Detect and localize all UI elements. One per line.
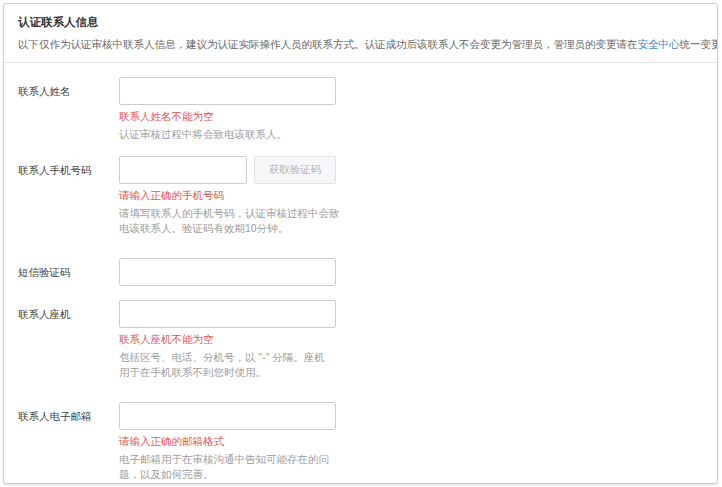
email-error: 请输入正确的邮箱格式 xyxy=(119,434,703,448)
panel-description: 以下仅作为认证审核中联系人信息，建议为认证实际操作人员的联系方式。认证成功后该联… xyxy=(18,37,703,51)
landline-row: 联系人座机 联系人座机不能为空 包括区号、电话、分机号，以 "-" 分隔。座机 … xyxy=(18,300,703,381)
security-center-link[interactable]: 安全中心 xyxy=(638,38,680,50)
panel-header: 认证联系人信息 以下仅作为认证审核中联系人信息，建议为认证实际操作人员的联系方式… xyxy=(4,4,717,62)
mobile-number-error: 请输入正确的手机号码 xyxy=(119,188,703,202)
mobile-number-input[interactable] xyxy=(119,156,247,184)
contact-name-input[interactable] xyxy=(119,77,336,105)
landline-label: 联系人座机 xyxy=(18,300,119,321)
certification-contact-panel: 认证联系人信息 以下仅作为认证审核中联系人信息，建议为认证实际操作人员的联系方式… xyxy=(3,3,718,484)
email-label: 联系人电子邮箱 xyxy=(18,402,119,423)
panel-title: 认证联系人信息 xyxy=(18,14,703,30)
contact-name-row: 联系人姓名 联系人姓名不能为空 认证审核过程中将会致电该联系人。 xyxy=(18,77,703,143)
description-text-after: 统一变更。 xyxy=(680,38,719,50)
mobile-number-row: 联系人手机号码 获取验证码 请输入正确的手机号码 请填写联系人的手机号码，认证审… xyxy=(18,156,703,237)
landline-error: 联系人座机不能为空 xyxy=(119,332,703,346)
sms-code-row: 短信验证码 xyxy=(18,258,703,286)
mobile-number-hint: 请填写联系人的手机号码，认证审核过程中会致 电该联系人。验证码有效期10分钟。 xyxy=(119,206,703,237)
contact-name-label: 联系人姓名 xyxy=(18,77,119,98)
contact-name-error: 联系人姓名不能为空 xyxy=(119,109,703,123)
landline-hint: 包括区号、电话、分机号，以 "-" 分隔。座机 用于在手机联系不到您时使用。 xyxy=(119,350,703,381)
landline-input[interactable] xyxy=(119,300,336,328)
sms-code-input[interactable] xyxy=(119,258,336,286)
contact-name-hint: 认证审核过程中将会致电该联系人。 xyxy=(119,127,703,143)
email-input[interactable] xyxy=(119,402,336,430)
get-verification-code-button[interactable]: 获取验证码 xyxy=(254,156,336,184)
email-row: 联系人电子邮箱 请输入正确的邮箱格式 电子邮箱用于在审核沟通中告知可能存在的问 … xyxy=(18,402,703,483)
contact-form: 联系人姓名 联系人姓名不能为空 认证审核过程中将会致电该联系人。 联系人手机号码… xyxy=(4,63,717,484)
sms-code-label: 短信验证码 xyxy=(18,258,119,279)
mobile-number-label: 联系人手机号码 xyxy=(18,156,119,177)
email-hint: 电子邮箱用于在审核沟通中告知可能存在的问 题，以及如何完善。 xyxy=(119,452,703,483)
description-text-before: 以下仅作为认证审核中联系人信息，建议为认证实际操作人员的联系方式。认证成功后该联… xyxy=(18,38,638,50)
